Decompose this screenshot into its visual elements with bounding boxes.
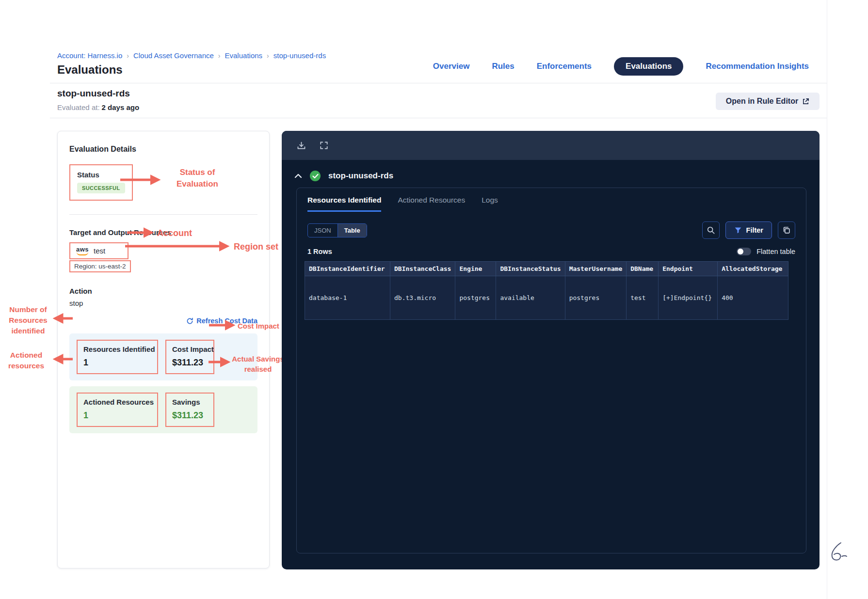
subheader-divider [50, 118, 827, 118]
actioned-resources-value: 1 [83, 410, 151, 421]
aws-logo-icon: aws [76, 246, 89, 255]
download-button[interactable] [296, 141, 306, 151]
account-name: test [94, 247, 105, 255]
tab-rules[interactable]: Rules [492, 62, 514, 71]
flatten-table-control: Flatten table [737, 248, 795, 255]
toggle-knob [738, 249, 743, 254]
annotation-account: Account [157, 227, 192, 240]
cell-db-name: test [627, 276, 659, 320]
copy-icon [782, 226, 791, 235]
open-in-rule-editor-button[interactable]: Open in Rule Editor [716, 93, 820, 110]
evaluated-at: Evaluated at:2 days ago [57, 103, 139, 111]
evaluated-at-value: 2 days ago [102, 103, 140, 111]
account-highlight-box: aws test [69, 242, 129, 259]
cell-db-instance-class: db.t3.micro [390, 276, 455, 320]
panel-header: stop-unused-rds [282, 160, 820, 181]
aws-logo-swoosh [77, 252, 88, 255]
top-nav: Overview Rules Enforcements Evaluations … [433, 57, 809, 76]
action-label: Action [69, 287, 257, 295]
view-mode-toggle: JSON Table [307, 223, 367, 237]
filter-button[interactable]: Filter [725, 221, 772, 239]
chevron-up-icon [294, 173, 302, 179]
region-highlight-box: Region: us-east-2 [69, 260, 131, 272]
cell-db-instance-status: available [496, 276, 565, 320]
tab-evaluations[interactable]: Evaluations [614, 57, 683, 76]
cell-allocated-storage: 400 [718, 276, 788, 320]
actioned-resources-box: Actioned Resources 1 [77, 393, 158, 427]
panel-toolbar [282, 131, 820, 160]
refresh-icon [186, 317, 193, 325]
column-header[interactable]: DBName [627, 262, 659, 276]
breadcrumb: Account: Harness.io › Cloud Asset Govern… [57, 51, 326, 60]
resources-table-wrap: DBInstanceIdentifier DBInstanceClass Eng… [297, 255, 806, 320]
results-panel: stop-unused-rds Resources Identified Act… [282, 131, 820, 569]
column-header[interactable]: Engine [455, 262, 496, 276]
breadcrumb-evaluations[interactable]: Evaluations [225, 51, 263, 60]
panel-content: Resources Identified Actioned Resources … [296, 188, 806, 553]
column-header[interactable]: DBInstanceIdentifier [305, 262, 390, 276]
savings-label: Savings [172, 398, 208, 406]
action-value: stop [69, 299, 257, 307]
evaluation-details-heading: Evaluation Details [69, 145, 257, 154]
panel-tabs: Resources Identified Actioned Resources … [297, 188, 806, 212]
resources-identified-label: Resources Identified [83, 345, 151, 353]
breadcrumb-separator: › [127, 52, 129, 60]
cost-impact-value: $311.23 [172, 358, 208, 368]
tab-resources-identified[interactable]: Resources Identified [307, 196, 381, 212]
cell-engine: postgres [455, 276, 496, 320]
column-header[interactable]: AllocatedStorage [718, 262, 788, 276]
open-in-rule-editor-label: Open in Rule Editor [726, 97, 798, 106]
flatten-table-label: Flatten table [756, 248, 795, 255]
breadcrumb-stop-unused-rds[interactable]: stop-unused-rds [273, 51, 326, 60]
annotation-region-set: Region set [234, 241, 278, 253]
annotation-cost-impact: Cost Impact [238, 321, 286, 331]
table-row: database-1 db.t3.micro postgres availabl… [305, 276, 788, 320]
collapse-button[interactable] [294, 173, 302, 179]
page-title: Evaluations [57, 63, 123, 77]
table-controls: JSON Table Filter [297, 212, 806, 239]
resources-identified-value: 1 [83, 358, 151, 368]
breadcrumb-account[interactable]: Account: Harness.io [57, 51, 122, 60]
column-header[interactable]: MasterUsername [565, 262, 627, 276]
column-header[interactable]: DBInstanceClass [390, 262, 455, 276]
status-badge: SUCCESSFUL [77, 183, 125, 193]
actioned-resources-label: Actioned Resources [83, 398, 151, 406]
tab-enforcements[interactable]: Enforcements [537, 62, 592, 71]
column-header[interactable]: DBInstanceStatus [496, 262, 565, 276]
panel-title: stop-unused-rds [328, 171, 393, 181]
cell-master-username: postgres [565, 276, 627, 320]
view-table-button[interactable]: Table [338, 224, 367, 237]
table-header-row: DBInstanceIdentifier DBInstanceClass Eng… [305, 262, 788, 276]
success-check-icon [310, 171, 321, 181]
tab-logs[interactable]: Logs [482, 196, 498, 212]
fullscreen-button[interactable] [319, 141, 329, 150]
search-icon [707, 226, 715, 235]
view-json-button[interactable]: JSON [308, 224, 338, 237]
annotation-number-of-resources: Number of Resources identified [4, 304, 52, 336]
tab-overview[interactable]: Overview [433, 62, 470, 71]
handwritten-squiggle [824, 539, 850, 565]
card-divider [69, 214, 257, 215]
evaluation-title: stop-unused-rds [57, 88, 130, 99]
right-edge-divider [827, 0, 827, 599]
column-header[interactable]: Endpoint [659, 262, 718, 276]
evaluated-at-label: Evaluated at: [57, 103, 100, 111]
tab-actioned-resources[interactable]: Actioned Resources [398, 196, 465, 212]
flatten-table-toggle[interactable] [737, 248, 751, 255]
resources-identified-box: Resources Identified 1 [77, 340, 158, 374]
cell-db-instance-identifier: database-1 [305, 276, 390, 320]
cost-impact-label: Cost Impact [172, 345, 208, 353]
savings-value: $311.23 [172, 410, 208, 421]
external-link-icon [802, 98, 809, 105]
search-button[interactable] [702, 221, 720, 239]
header-divider [50, 83, 827, 83]
annotation-actual-savings: Actual Savings realised [232, 354, 284, 375]
breadcrumb-cloud-asset-governance[interactable]: Cloud Asset Governance [133, 51, 214, 60]
tab-recommendation-insights[interactable]: Recommendation Insights [706, 62, 809, 71]
identified-metrics-group: Resources Identified 1 Cost Impact $311.… [69, 333, 257, 380]
cell-endpoint-expandable[interactable]: [+]Endpoint{} [659, 276, 718, 320]
breadcrumb-separator: › [218, 52, 221, 60]
rows-line: 1 Rows Flatten table [297, 239, 806, 255]
copy-button[interactable] [778, 221, 795, 239]
fullscreen-icon [319, 141, 329, 150]
